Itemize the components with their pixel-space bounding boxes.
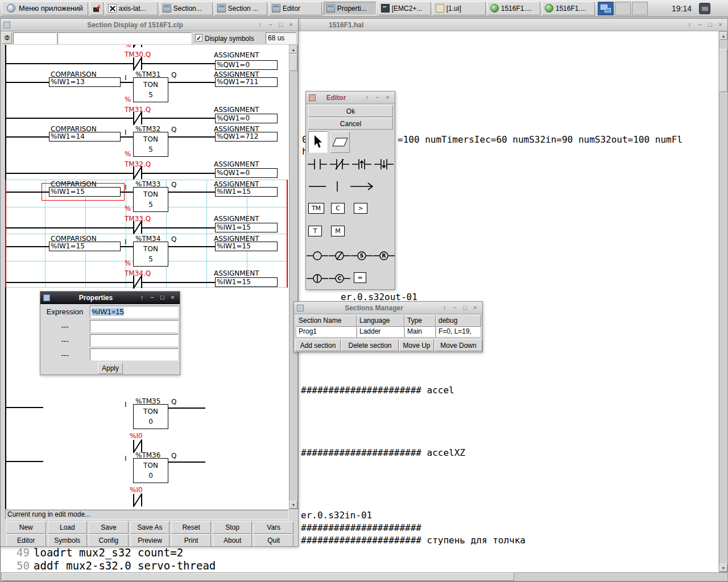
toolbar-field-small[interactable] <box>13 32 57 44</box>
tool-eraser[interactable] <box>330 131 350 153</box>
nc-contact[interactable] <box>133 57 142 70</box>
close-button[interactable]: × <box>716 20 725 29</box>
column-header[interactable]: Section Name <box>296 315 357 327</box>
move-down-button[interactable]: Move Down <box>435 339 482 351</box>
assignment-box[interactable]: %QW1=712 <box>215 132 278 142</box>
applications-menu-button[interactable]: Меню приложений <box>2 2 88 15</box>
timer-block[interactable]: TON5 <box>133 77 168 102</box>
nc-contact[interactable] <box>133 494 142 506</box>
nc-contact[interactable] <box>133 276 142 288</box>
tool-coil-call[interactable]: C <box>329 271 350 286</box>
timer-block[interactable]: TON0 <box>133 458 168 483</box>
tool-contact-falling-edge[interactable] <box>373 157 395 172</box>
taskbar-window-button[interactable]: axis-lat... <box>105 2 158 15</box>
scroll-up-button[interactable]: ▲ <box>289 45 297 53</box>
assignment-box[interactable]: %QW1=0 <box>215 60 278 70</box>
close-button[interactable]: × <box>471 304 479 312</box>
scroll-down-button[interactable]: ▼ <box>719 564 727 572</box>
workspace-1[interactable] <box>598 2 614 15</box>
comparison-box[interactable]: %IW1=14 <box>49 132 121 142</box>
assignment-box[interactable]: %QW1=0 <box>215 168 278 178</box>
taskbar-window-button[interactable]: [EMC2+... <box>378 2 431 15</box>
preview-button[interactable]: Preview <box>130 534 170 547</box>
vertical-scrollbar[interactable]: ▲ ▼ <box>719 31 728 572</box>
nc-contact[interactable] <box>133 45 142 47</box>
shade-button[interactable]: ↑ <box>440 304 449 312</box>
workspace-switcher[interactable] <box>598 2 648 15</box>
comparison-box[interactable]: %IW1=13 <box>49 77 121 87</box>
taskbar-window-button[interactable]: 1516F1.... <box>487 2 540 15</box>
comparison-box[interactable]: %IW1=15 <box>49 187 121 197</box>
property-input[interactable] <box>90 320 179 332</box>
stop-button[interactable]: Stop <box>213 521 253 534</box>
new-button[interactable]: New <box>6 521 46 534</box>
tray-icon[interactable] <box>699 3 710 14</box>
vertical-scrollbar[interactable]: ▲ ▼ <box>289 45 298 509</box>
maximize-button[interactable]: □ <box>276 20 285 29</box>
config-button[interactable]: Config <box>89 534 129 547</box>
taskbar-window-button[interactable]: Section ... <box>214 2 267 15</box>
tool-coil-set[interactable]: S <box>351 248 373 263</box>
shade-button[interactable]: ↑ <box>363 93 371 102</box>
move-up-button[interactable]: Move Up <box>399 339 434 351</box>
expression-input[interactable]: %IW1=15 <box>90 306 179 318</box>
add-section-button[interactable]: Add section <box>295 339 341 351</box>
taskbar-window-button[interactable]: [1.ui] <box>433 2 486 15</box>
assignment-box[interactable]: %IW1=15 <box>215 187 278 197</box>
clock[interactable]: 19:14 <box>666 4 697 13</box>
comparison-box[interactable]: %IW1=15 <box>49 242 121 251</box>
nc-contact[interactable] <box>133 440 142 452</box>
timer-block[interactable]: TON5 <box>133 242 168 267</box>
reset-button[interactable]: Reset <box>171 521 211 534</box>
maximize-button[interactable]: □ <box>158 293 167 302</box>
tool-coil-not[interactable] <box>329 248 350 263</box>
display-symbols-checkbox[interactable]: ✓ <box>195 34 202 41</box>
delete-section-button[interactable]: Delete section <box>341 339 399 351</box>
minimize-button[interactable]: − <box>373 93 382 102</box>
tool-timer-iec-block[interactable]: T <box>308 226 322 236</box>
apply-button[interactable]: Apply <box>98 363 123 374</box>
property-input[interactable] <box>90 348 179 361</box>
minimize-button[interactable]: − <box>696 20 704 29</box>
assignment-box[interactable]: %IW1=15 <box>215 223 278 232</box>
ok-button[interactable]: Ok <box>308 105 393 117</box>
quit-button[interactable]: Quit <box>254 534 293 547</box>
save-as-button[interactable]: Save As <box>130 521 170 534</box>
tool-timer-block[interactable]: TM <box>308 203 324 214</box>
taskbar-window-button[interactable]: Properti... <box>324 2 377 15</box>
scroll-up-button[interactable]: ▲ <box>719 32 727 40</box>
scrollbar-thumb[interactable] <box>719 49 727 92</box>
load-button[interactable]: Load <box>48 521 88 534</box>
nc-contact[interactable] <box>133 112 142 124</box>
column-header[interactable]: Type <box>404 315 436 327</box>
sections-table-row[interactable]: Prog1 Ladder Main F=0, L=19, <box>296 327 481 338</box>
tool-pointer[interactable] <box>308 131 328 153</box>
properties-titlebar[interactable]: Properties ↑ − □ × <box>40 292 180 304</box>
tool-long-connection[interactable] <box>348 180 377 193</box>
column-header[interactable]: debug <box>436 315 481 327</box>
tool-coil[interactable] <box>307 248 328 263</box>
minimize-button[interactable]: − <box>450 304 459 312</box>
rung-symbol-button[interactable]: Φ <box>2 32 12 44</box>
minimize-button[interactable]: − <box>148 293 156 302</box>
scroll-down-button[interactable]: ▼ <box>289 501 297 509</box>
launcher-button[interactable] <box>90 2 104 15</box>
timer-block[interactable]: TON0 <box>133 404 168 429</box>
taskbar-window-button[interactable]: Section... <box>160 2 213 15</box>
tool-contact-rising-edge[interactable] <box>351 157 373 172</box>
timer-block[interactable]: TON5 <box>133 187 168 212</box>
sections-manager-titlebar[interactable]: Sections Manager ↑ − □ × <box>294 302 482 314</box>
editor-titlebar[interactable]: Editor ↑ − × <box>306 92 395 104</box>
timer-block[interactable]: TON5 <box>133 132 168 157</box>
taskbar-window-button[interactable]: Editor <box>269 2 322 15</box>
print-button[interactable]: Print <box>171 534 211 547</box>
save-button[interactable]: Save <box>89 521 129 534</box>
scrollbar-thumb[interactable] <box>289 54 297 71</box>
shade-button[interactable]: ↑ <box>685 20 694 29</box>
nc-contact[interactable] <box>133 167 142 179</box>
ladder-canvas[interactable]: % TM30.Q ASSIGNMENT %QW1=0 COMPARISON %I… <box>5 45 289 509</box>
cancel-button[interactable]: Cancel <box>308 118 393 130</box>
scrollbar-thumb[interactable] <box>2 573 514 581</box>
section-display-titlebar[interactable]: Section Display of 1516F1.clp ↑ − □ × <box>1 19 298 31</box>
tool-horizontal-line[interactable] <box>307 180 328 193</box>
